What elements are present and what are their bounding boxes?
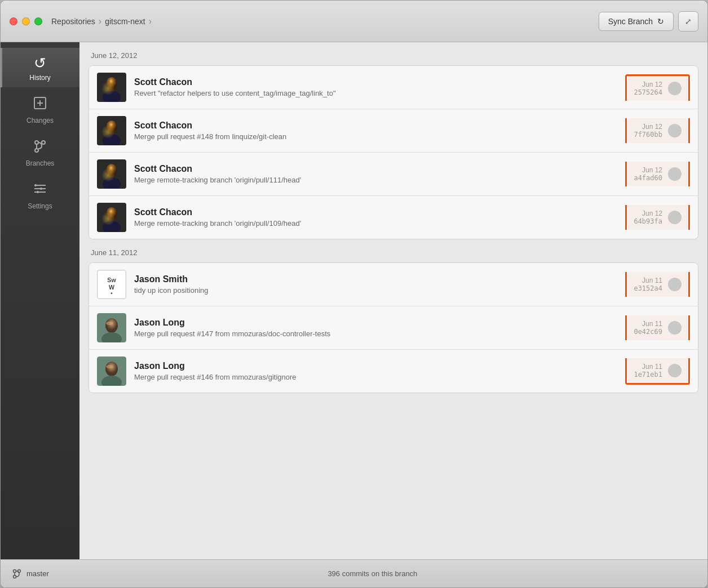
- commit-circle: [668, 321, 682, 335]
- sidebar-item-history[interactable]: ↺ History: [1, 48, 79, 87]
- branch-info: master: [12, 569, 49, 579]
- commit-author: Scott Chacon: [134, 164, 617, 174]
- table-row[interactable]: Scott Chacon Merge pull request #148 fro…: [89, 109, 698, 153]
- avatar: [97, 313, 126, 342]
- svg-point-40: [106, 365, 113, 368]
- commit-info: Scott Chacon Merge remote-tracking branc…: [134, 207, 617, 228]
- commit-meta: Jun 12 2575264: [625, 74, 690, 101]
- svg-point-41: [14, 569, 16, 572]
- commit-circle: [668, 211, 682, 224]
- commit-message: Merge remote-tracking branch 'origin/pul…: [134, 176, 617, 184]
- breadcrumb-sep2: ›: [149, 16, 152, 26]
- sidebar-item-changes[interactable]: Changes: [1, 87, 79, 130]
- history-label: History: [29, 74, 50, 82]
- commit-date: Jun 11: [634, 363, 662, 371]
- commit-date-hash: Jun 12 7f760bb: [634, 123, 662, 139]
- table-row[interactable]: Jason Long Merge pull request #146 from …: [89, 350, 698, 393]
- breadcrumb: Repositories › gitscm-next ›: [51, 16, 599, 26]
- commit-date: Jun 12: [634, 166, 662, 174]
- svg-point-3: [35, 141, 38, 144]
- commit-hash: 64b93fa: [634, 217, 662, 225]
- commit-date: Jun 12: [634, 123, 662, 131]
- commits-list-0: Scott Chacon Revert "refactor helpers to…: [88, 65, 698, 239]
- commit-date-hash: Jun 11 0e42c69: [634, 320, 662, 336]
- sync-branch-label: Sync Branch: [608, 17, 653, 26]
- commit-date-hash: Jun 11 e3152a4: [634, 277, 662, 292]
- commit-date: Jun 11: [634, 320, 662, 328]
- history-icon: ↺: [34, 56, 46, 70]
- content-area: June 12, 2012: [79, 42, 707, 559]
- commit-message: Merge pull request #147 from mmozuras/do…: [134, 329, 617, 338]
- branch-icon: [12, 569, 22, 579]
- commit-hash: 2575264: [634, 88, 662, 96]
- svg-text:Sw: Sw: [107, 277, 116, 283]
- breadcrumb-repositories[interactable]: Repositories: [51, 17, 95, 26]
- commit-message: Revert "refactor helpers to use content_…: [134, 89, 617, 97]
- commit-date-hash: Jun 12 a4fad60: [634, 166, 662, 182]
- svg-point-20: [101, 125, 115, 139]
- changes-label: Changes: [26, 117, 54, 124]
- titlebar-actions: Sync Branch ↻ ⤢: [599, 11, 698, 32]
- window-controls: [10, 17, 42, 25]
- date-header-0: June 12, 2012: [88, 51, 698, 60]
- date-group-0: June 12, 2012: [88, 51, 698, 239]
- table-row[interactable]: Scott Chacon Revert "refactor helpers to…: [89, 66, 698, 109]
- breadcrumb-sep1: ›: [99, 16, 101, 26]
- table-row[interactable]: Jason Long Merge pull request #147 from …: [89, 306, 698, 350]
- sync-branch-button[interactable]: Sync Branch ↻: [599, 12, 674, 31]
- table-row[interactable]: Scott Chacon Merge remote-tracking branc…: [89, 153, 698, 196]
- commit-author: Scott Chacon: [134, 207, 617, 217]
- svg-point-38: [105, 362, 118, 376]
- commit-circle: [668, 364, 682, 377]
- commit-meta: Jun 11 e3152a4: [625, 272, 690, 297]
- commit-message: Merge remote-tracking branch 'origin/pul…: [134, 219, 617, 228]
- commit-date-hash: Jun 12 2575264: [634, 81, 662, 96]
- sidebar-item-settings[interactable]: Settings: [1, 173, 79, 216]
- close-button[interactable]: [10, 17, 17, 25]
- svg-point-36: [106, 322, 113, 325]
- statusbar: master 396 commits on this branch: [1, 559, 707, 587]
- expand-button[interactable]: ⤢: [678, 11, 698, 32]
- avatar: Sw W •: [97, 270, 126, 299]
- commit-hash: e3152a4: [634, 284, 662, 292]
- avatar: [97, 116, 126, 145]
- date-group-1: June 11, 2012 Sw W •: [88, 248, 698, 393]
- changes-icon: [32, 95, 48, 113]
- commit-circle: [668, 167, 682, 181]
- date-header-1: June 11, 2012: [88, 248, 698, 257]
- commit-meta: Jun 12 7f760bb: [625, 118, 690, 143]
- branches-icon: [32, 138, 48, 156]
- commit-hash: 1e71eb1: [634, 371, 662, 378]
- commits-count: 396 commits on this branch: [49, 569, 696, 578]
- commit-message: tidy up icon positioning: [134, 286, 617, 295]
- commit-author: Jason Smith: [134, 274, 617, 284]
- svg-point-4: [42, 141, 45, 144]
- commit-info: Jason Smith tidy up icon positioning: [134, 274, 617, 295]
- commit-info: Scott Chacon Merge pull request #148 fro…: [134, 121, 617, 141]
- commit-hash: 7f760bb: [634, 131, 662, 139]
- table-row[interactable]: Sw W • Jason Smith tidy up icon position…: [89, 263, 698, 306]
- commit-hash: 0e42c69: [634, 328, 662, 336]
- avatar: [97, 203, 126, 232]
- commit-circle: [668, 82, 682, 95]
- titlebar: Repositories › gitscm-next › Sync Branch…: [1, 1, 707, 42]
- avatar: [97, 73, 126, 102]
- branch-name: master: [26, 569, 49, 578]
- minimize-button[interactable]: [22, 17, 30, 25]
- commit-info: Scott Chacon Merge remote-tracking branc…: [134, 164, 617, 184]
- commit-message: Merge pull request #146 from mmozuras/gi…: [134, 373, 617, 381]
- commit-meta: Jun 12 64b93fa: [625, 205, 690, 230]
- commit-date: Jun 12: [634, 81, 662, 88]
- commit-circle: [668, 278, 682, 291]
- commit-info: Jason Long Merge pull request #147 from …: [134, 318, 617, 338]
- maximize-button[interactable]: [34, 17, 42, 25]
- table-row[interactable]: Scott Chacon Merge remote-tracking branc…: [89, 196, 698, 239]
- svg-point-28: [101, 212, 115, 225]
- commit-author: Scott Chacon: [134, 77, 617, 87]
- commit-author: Jason Long: [134, 318, 617, 328]
- avatar: [97, 159, 126, 189]
- breadcrumb-repo[interactable]: gitscm-next: [105, 17, 145, 26]
- sidebar-item-branches[interactable]: Branches: [1, 130, 79, 173]
- avatar: [97, 357, 126, 386]
- commit-date: Jun 11: [634, 277, 662, 284]
